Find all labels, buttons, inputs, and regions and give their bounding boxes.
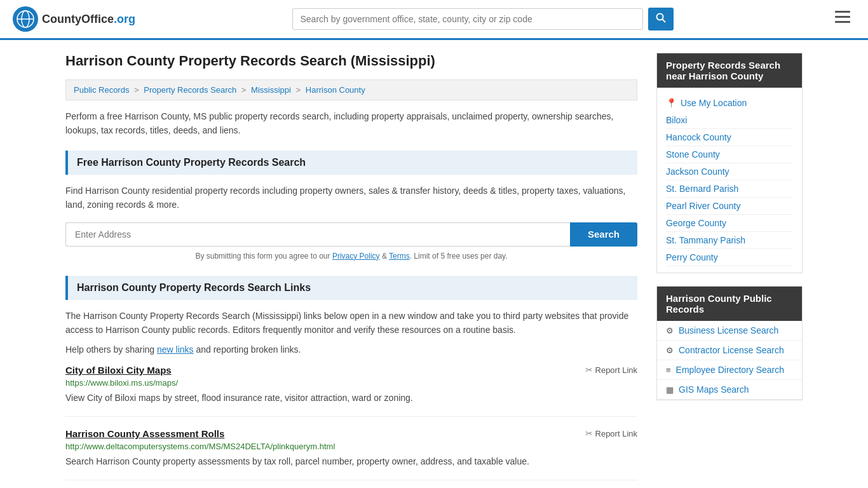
logo-icon xyxy=(13,6,38,32)
link-assessment-title[interactable]: Harrison County Assessment Rolls xyxy=(65,428,224,439)
use-my-location-label: Use My Location xyxy=(681,98,747,108)
search-desc: Find Harrison County residential propert… xyxy=(65,184,637,212)
svg-point-4 xyxy=(656,14,663,20)
privacy-policy-link[interactable]: Privacy Policy xyxy=(332,252,380,261)
link-item-biloxi-maps: City of Biloxi City Maps ✂ Report Link h… xyxy=(65,365,637,417)
nearby-header: Property Records Search near Harrison Co… xyxy=(657,53,802,88)
nearby-box: Property Records Search near Harrison Co… xyxy=(656,53,803,273)
link-biloxi-maps-url: https://www.biloxi.ms.us/maps/ xyxy=(65,378,637,388)
logo-area: CountyOffice.org xyxy=(13,6,135,32)
breadcrumb-mississippi[interactable]: Mississippi xyxy=(251,85,291,95)
breadcrumb-property-search[interactable]: Property Records Search xyxy=(144,85,236,95)
search-section: Free Harrison County Property Records Se… xyxy=(65,151,637,261)
logo-text: CountyOffice.org xyxy=(42,13,135,26)
link-biloxi-maps-desc: View City of Biloxi maps by street, floo… xyxy=(65,391,637,405)
location-pin-icon: 📍 xyxy=(666,98,677,108)
gis-maps-icon: ▦ xyxy=(666,385,674,395)
share-text: Help others by sharing new links and rep… xyxy=(65,344,637,355)
link-assessment-url: http://www.deltacomputersystems.com/MS/M… xyxy=(65,442,637,451)
public-records-list: ⚙ Business License Search ⚙ Contractor L… xyxy=(657,321,802,400)
sidebar: Property Records Search near Harrison Co… xyxy=(656,53,803,488)
nearby-item-stone[interactable]: Stone County xyxy=(666,146,793,163)
breadcrumb-sep1: > xyxy=(134,85,141,95)
address-search-row: Search xyxy=(65,222,637,247)
breadcrumb-harrison-county[interactable]: Harrison County xyxy=(306,85,365,95)
report-link-assessment[interactable]: ✂ Report Link xyxy=(585,428,637,438)
intro-text: Perform a free Harrison County, MS publi… xyxy=(65,109,637,138)
svg-rect-7 xyxy=(835,16,850,18)
breadcrumb-sep3: > xyxy=(296,85,303,95)
share-text-post: and reporting broken links. xyxy=(194,344,301,355)
address-search-input[interactable] xyxy=(65,222,570,247)
nearby-item-perry[interactable]: Perry County xyxy=(666,249,793,266)
new-links-link[interactable]: new links xyxy=(157,344,194,355)
public-record-contractor-license[interactable]: ⚙ Contractor License Search xyxy=(657,341,802,360)
links-section-header: Harrison County Property Records Search … xyxy=(65,276,637,300)
contractor-license-label: Contractor License Search xyxy=(679,345,784,355)
free-search-header: Free Harrison County Property Records Se… xyxy=(65,151,637,175)
svg-rect-6 xyxy=(835,11,850,13)
content-area: Harrison County Property Records Search … xyxy=(65,53,637,488)
header-search-button[interactable] xyxy=(648,8,674,30)
nearby-item-st-bernard[interactable]: St. Bernard Parish xyxy=(666,180,793,198)
employee-directory-icon: ≡ xyxy=(666,365,671,375)
link-item-header-2: Harrison County Assessment Rolls ✂ Repor… xyxy=(65,428,637,439)
svg-line-5 xyxy=(662,20,665,23)
nearby-item-pearl-river[interactable]: Pearl River County xyxy=(666,198,793,215)
report-icon: ✂ xyxy=(585,365,593,375)
share-text-pre: Help others by sharing xyxy=(65,344,157,355)
menu-button[interactable] xyxy=(830,8,855,30)
contractor-license-icon: ⚙ xyxy=(666,346,674,355)
search-button[interactable]: Search xyxy=(570,222,637,247)
public-record-gis-maps[interactable]: ▦ GIS Maps Search xyxy=(657,380,802,400)
report-link-biloxi-maps[interactable]: ✂ Report Link xyxy=(585,365,637,375)
links-desc: The Harrison County Property Records Sea… xyxy=(65,309,637,337)
links-section: Harrison County Property Records Search … xyxy=(65,276,637,481)
gis-maps-label: GIS Maps Search xyxy=(679,384,749,395)
page-title: Harrison County Property Records Search … xyxy=(65,53,637,69)
nearby-item-st-tammany[interactable]: St. Tammany Parish xyxy=(666,232,793,249)
use-my-location-item[interactable]: 📍 Use My Location xyxy=(666,94,793,112)
link-item-assessment-rolls: Harrison County Assessment Rolls ✂ Repor… xyxy=(65,428,637,480)
form-notice-and: & xyxy=(380,252,389,261)
link-item-header: City of Biloxi City Maps ✂ Report Link xyxy=(65,365,637,376)
form-notice-post: . Limit of 5 free uses per day. xyxy=(410,252,508,261)
public-records-box: Harrison County Public Records ⚙ Busines… xyxy=(656,286,803,400)
terms-link[interactable]: Terms xyxy=(389,252,410,261)
employee-directory-label: Employee Directory Search xyxy=(676,365,784,375)
form-notice: By submitting this form you agree to our… xyxy=(65,252,637,261)
public-record-employee-directory[interactable]: ≡ Employee Directory Search xyxy=(657,360,802,380)
breadcrumb-public-records[interactable]: Public Records xyxy=(74,85,129,95)
report-link-label: Report Link xyxy=(595,365,637,375)
business-license-label: Business License Search xyxy=(679,325,778,336)
business-license-icon: ⚙ xyxy=(666,326,674,336)
nearby-item-george[interactable]: George County xyxy=(666,215,793,232)
breadcrumb-sep2: > xyxy=(241,85,248,95)
logo-suffix: .org xyxy=(114,13,135,25)
nearby-content: 📍 Use My Location Biloxi Hancock County … xyxy=(657,88,802,273)
breadcrumb: Public Records > Property Records Search… xyxy=(65,79,637,100)
public-record-business-license[interactable]: ⚙ Business License Search xyxy=(657,321,802,341)
report-link-label-2: Report Link xyxy=(595,429,637,438)
header: CountyOffice.org xyxy=(0,0,868,40)
public-records-header: Harrison County Public Records xyxy=(657,287,802,321)
nearby-item-hancock[interactable]: Hancock County xyxy=(666,129,793,146)
form-notice-pre: By submitting this form you agree to our xyxy=(195,252,332,261)
link-biloxi-maps-title[interactable]: City of Biloxi City Maps xyxy=(65,365,172,376)
svg-rect-8 xyxy=(835,21,850,23)
report-icon-2: ✂ xyxy=(585,428,593,438)
nearby-item-biloxi[interactable]: Biloxi xyxy=(666,112,793,129)
main-layout: Harrison County Property Records Search … xyxy=(53,40,815,488)
link-assessment-desc: Search Harrison County property assessme… xyxy=(65,455,637,468)
header-search-area xyxy=(292,8,674,30)
nearby-item-jackson[interactable]: Jackson County xyxy=(666,163,793,180)
header-search-input[interactable] xyxy=(292,8,643,30)
